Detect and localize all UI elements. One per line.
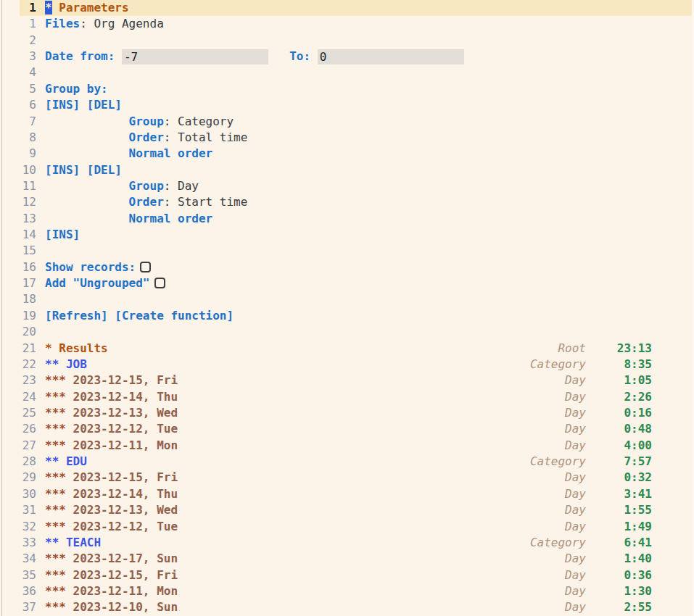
line-number: 1 [20, 0, 36, 16]
heading-stars[interactable]: *** [45, 422, 66, 436]
heading-stars[interactable]: *** [45, 406, 66, 420]
clock-time: 1:49 [586, 519, 652, 535]
date-range-row: 3 Date from: -7To: 0 [0, 49, 694, 64]
show-records-label: Show records: [45, 260, 136, 274]
files-row: 1 Files: Org Agenda [0, 16, 694, 32]
results-heading-row: 21 *ResultsRoot23:13 [0, 341, 694, 357]
ins-button[interactable]: [INS] [45, 98, 80, 112]
clock-time: 1:55 [586, 502, 652, 518]
refresh-button[interactable]: [Refresh] [45, 309, 108, 322]
create-function-button[interactable]: [Create function] [115, 309, 234, 322]
line-number: 33 [20, 535, 36, 551]
group-value-menu[interactable]: Day [178, 179, 199, 193]
order-value-menu[interactable]: Total time [178, 130, 247, 144]
line-number: 22 [20, 357, 36, 372]
heading-stars[interactable]: *** [45, 600, 66, 614]
line-number: 37 [20, 599, 36, 615]
heading-stars[interactable]: ** [45, 454, 59, 468]
add-ungrouped-row: 17 Add "Ungrouped" [0, 275, 694, 291]
heading-stars[interactable]: *** [45, 584, 66, 598]
day-row: 37 ***2023-12-10, SunDay2:55 [0, 599, 694, 615]
group-setting-row: 11 Group: Day [0, 178, 694, 194]
line-number: 27 [20, 438, 36, 454]
sort-order-row: 13 Normal order [0, 211, 694, 227]
group-type-label: Root [492, 341, 586, 357]
heading-stars[interactable]: * [45, 341, 52, 355]
line-number: 31 [20, 502, 36, 518]
heading-stars[interactable]: *** [45, 438, 66, 452]
add-ungrouped-checkbox[interactable] [154, 278, 165, 288]
heading-stars[interactable]: ** [45, 536, 59, 549]
heading-stars[interactable]: *** [45, 568, 66, 582]
ins-del-row: 6 [INS][DEL] [0, 97, 694, 113]
date-to-field[interactable]: 0 [318, 49, 464, 64]
heading-stars[interactable]: *** [45, 503, 66, 517]
line-number: 30 [20, 486, 36, 502]
group-type-label: Day [492, 470, 586, 486]
heading-stars[interactable]: *** [45, 520, 66, 533]
normal-order-toggle[interactable]: Normal order [129, 146, 213, 160]
files-value[interactable]: Org Agenda [94, 17, 163, 30]
group-type-label: Day [492, 567, 586, 583]
line-number: 10 [20, 162, 36, 178]
heading-stars[interactable]: *** [45, 373, 66, 387]
day-title: 2023-12-13, Wed [73, 503, 178, 517]
category-row: 22 **JOBCategory8:35 [0, 357, 694, 372]
group-type-label: Day [492, 372, 586, 388]
blank-row: 15 [0, 243, 694, 259]
group-type-label: Day [492, 421, 586, 437]
normal-order-toggle[interactable]: Normal order [129, 212, 213, 225]
line-number: 32 [20, 519, 36, 535]
line-number: 15 [20, 243, 36, 259]
group-value-menu[interactable]: Category [178, 115, 234, 128]
line-number: 29 [20, 470, 36, 486]
day-title: 2023-12-12, Tue [73, 520, 178, 533]
heading-stars[interactable]: *** [45, 552, 66, 565]
heading-stars[interactable]: ** [45, 357, 59, 371]
day-row: 32 ***2023-12-12, TueDay1:49 [0, 519, 694, 535]
order-value-menu[interactable]: Start time [178, 195, 247, 209]
heading-stars[interactable]: *** [45, 390, 66, 404]
show-records-checkbox[interactable] [140, 262, 151, 272]
date-from-field[interactable]: -7 [122, 49, 268, 64]
day-row: 24 ***2023-12-14, ThuDay2:26 [0, 389, 694, 405]
del-button[interactable]: [DEL] [87, 98, 122, 112]
group-label: Group [129, 115, 164, 128]
group-label: Group [129, 179, 164, 193]
order-setting-row: 8 Order: Total time [0, 130, 694, 146]
add-ungrouped-label: Add "Ungrouped" [45, 276, 150, 290]
ins-button[interactable]: [INS] [45, 228, 80, 241]
line-number: 16 [20, 259, 36, 275]
day-row: 35 ***2023-12-15, FriDay0:36 [0, 567, 694, 583]
day-row: 26 ***2023-12-12, TueDay0:48 [0, 421, 694, 437]
day-title: 2023-12-17, Sun [73, 552, 178, 565]
line-number: 19 [20, 308, 36, 324]
clock-time: 0:48 [586, 421, 652, 437]
line-number: 4 [20, 64, 36, 80]
line-number: 13 [20, 211, 36, 227]
group-type-label: Day [492, 583, 586, 599]
ins-row: 14 [INS] [0, 227, 694, 243]
blank-row: 18 [0, 291, 694, 307]
group-type-label: Category [492, 357, 586, 372]
line-number: 21 [20, 341, 36, 357]
ins-button[interactable]: [INS] [45, 163, 80, 177]
left-gutter [0, 0, 20, 16]
group-type-label: Day [492, 438, 586, 454]
day-title: 2023-12-15, Fri [73, 470, 178, 484]
line-number: 5 [20, 81, 36, 97]
cursor-on-heading-star[interactable]: * [45, 1, 52, 14]
window-left-divider [1, 0, 2, 616]
group-type-label: Day [492, 551, 586, 567]
del-button[interactable]: [DEL] [87, 163, 122, 177]
heading-stars[interactable]: *** [45, 470, 66, 484]
category-title: TEACH [66, 536, 101, 549]
day-title: 2023-12-11, Mon [73, 438, 178, 452]
heading-stars[interactable]: *** [45, 487, 66, 501]
parameters-heading-row: 1 *Parameters [0, 0, 694, 16]
day-row: 34 ***2023-12-17, SunDay1:40 [0, 551, 694, 567]
group-type-label: Day [492, 502, 586, 518]
clock-time: 2:26 [586, 389, 652, 405]
group-type-label: Category [492, 454, 586, 470]
clock-time: 0:16 [586, 405, 652, 421]
